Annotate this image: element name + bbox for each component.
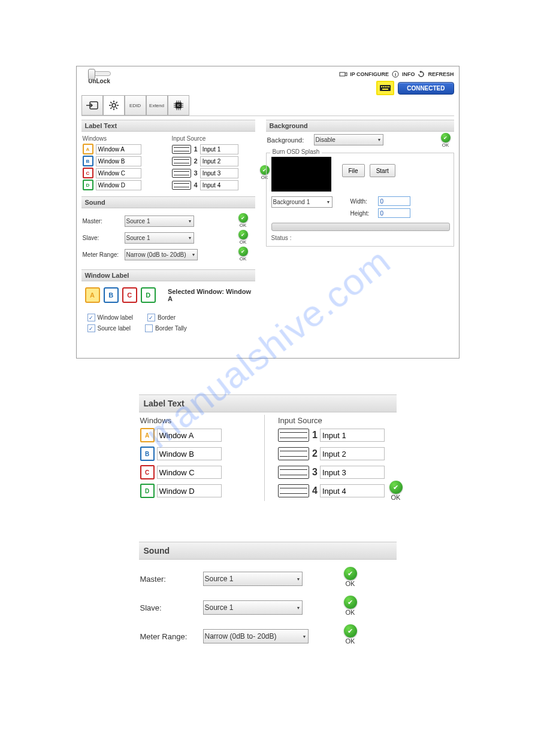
slave-ok-button-crop[interactable]: ✔OK xyxy=(344,596,357,616)
keyboard-icon[interactable] xyxy=(376,81,394,95)
select-window-c-button[interactable]: C xyxy=(122,287,137,303)
sound-header-crop: Sound xyxy=(139,542,397,560)
svg-rect-9 xyxy=(382,89,388,90)
inputs-subhead-crop: Input Source xyxy=(278,416,395,425)
window-a-icon: A xyxy=(83,144,93,154)
tab-extend[interactable]: Extend xyxy=(146,95,168,116)
info-link[interactable]: INFO xyxy=(402,71,415,77)
background-ok-button[interactable]: ✔OK xyxy=(441,133,451,148)
source-label-checkbox[interactable]: ✓Source label xyxy=(87,324,131,332)
select-window-d-button[interactable]: D xyxy=(141,287,156,303)
svg-rect-3 xyxy=(380,85,391,91)
master-ok-button-crop[interactable]: ✔OK xyxy=(344,567,357,587)
ip-configure-icon xyxy=(339,70,347,78)
input-1-icon-crop xyxy=(278,429,309,442)
file-button[interactable]: File xyxy=(342,164,365,177)
window-c-icon-crop: C xyxy=(140,465,155,479)
ip-configure-link[interactable]: IP CONFIGURE xyxy=(350,71,389,77)
input-2-field-crop[interactable] xyxy=(320,447,385,460)
input-1-field-crop[interactable] xyxy=(320,429,385,442)
osd-bg-select[interactable]: Background 1 xyxy=(271,196,333,208)
tab-input-icon[interactable] xyxy=(81,95,103,116)
lock-slider[interactable] xyxy=(88,71,111,76)
window-label-panel: A B C D Selected Window: Window A ✓Windo… xyxy=(81,281,255,340)
border-checkbox[interactable]: ✓Border xyxy=(147,314,176,321)
master-label: Master: xyxy=(83,218,125,224)
window-d-icon-crop: D xyxy=(140,484,155,498)
meter-ok-button[interactable]: ✔OK xyxy=(238,247,248,262)
input-4-num: 4 xyxy=(194,181,198,189)
svg-rect-5 xyxy=(383,86,384,87)
width-input[interactable] xyxy=(378,196,410,206)
input-3-num-crop: 3 xyxy=(312,467,318,478)
svg-rect-7 xyxy=(386,86,388,87)
meter-select[interactable]: Narrow (0dB to- 20dB) xyxy=(125,249,198,260)
selected-window-text: Selected Window: Window A xyxy=(168,288,254,302)
input-4-num-crop: 4 xyxy=(312,485,318,496)
svg-text:i: i xyxy=(395,72,396,77)
master-label-crop: Master: xyxy=(140,575,203,584)
window-b-icon: B xyxy=(83,156,93,166)
meter-select-crop[interactable]: Narrow (0dB to- 20dB) xyxy=(203,629,309,643)
slave-select[interactable]: Source 1 xyxy=(125,232,194,244)
progress-bar xyxy=(271,223,450,231)
window-d-input-crop[interactable] xyxy=(157,484,222,497)
info-icon: i xyxy=(391,70,400,78)
window-c-input-crop[interactable] xyxy=(157,466,222,479)
window-d-icon: D xyxy=(83,180,93,190)
refresh-link[interactable]: REFRESH xyxy=(428,71,454,77)
tab-ic-icon[interactable]: IC xyxy=(168,95,189,116)
status-label: Status : xyxy=(271,235,449,241)
window-d-input[interactable] xyxy=(96,180,141,190)
background-panel: Background: Disable ✔OK xyxy=(266,132,454,150)
label-text-ok-button-crop[interactable]: ✔OK xyxy=(389,481,403,501)
connected-button[interactable]: CONNECTED xyxy=(398,82,454,95)
background-select[interactable]: Disable xyxy=(314,134,383,145)
input-1-num: 1 xyxy=(194,145,198,153)
svg-text:IC: IC xyxy=(177,104,180,107)
input-3-field-crop[interactable] xyxy=(320,466,385,479)
height-input[interactable] xyxy=(378,208,410,218)
window-b-input[interactable] xyxy=(96,156,141,166)
input-3-field[interactable] xyxy=(200,168,238,178)
burn-osd-title: Burn OSD Splash xyxy=(270,148,322,155)
tab-edid[interactable]: EDID xyxy=(125,95,146,116)
meter-ok-button-crop[interactable]: ✔OK xyxy=(344,624,357,645)
width-label: Width: xyxy=(350,198,374,205)
label-text-header-crop: Label Text xyxy=(139,394,397,412)
input-4-field[interactable] xyxy=(200,180,238,190)
tab-settings-icon[interactable] xyxy=(103,95,125,116)
slave-select-crop[interactable]: Source 1 xyxy=(203,600,303,615)
master-ok-button[interactable]: ✔OK xyxy=(238,213,248,228)
window-a-input[interactable] xyxy=(96,144,141,154)
label-text-panel: Windows A B C D Input Source 1 2 3 4 xyxy=(81,132,255,196)
input-2-num-crop: 2 xyxy=(312,448,318,459)
slave-ok-button[interactable]: ✔OK xyxy=(238,230,248,245)
window-b-icon-crop: B xyxy=(140,447,155,461)
slave-label-crop: Slave: xyxy=(140,603,203,612)
window-label-checkbox[interactable]: ✓Window label xyxy=(87,314,133,321)
window-c-input[interactable] xyxy=(96,168,141,178)
background-label: Background: xyxy=(267,136,309,144)
border-tally-checkbox[interactable]: Border Tally xyxy=(145,324,187,332)
lock-slider-area: UnLock xyxy=(81,70,117,84)
master-select[interactable]: Source 1 xyxy=(125,215,194,227)
svg-rect-0 xyxy=(340,72,345,76)
start-button[interactable]: Start xyxy=(370,164,395,177)
windows-subhead: Windows xyxy=(83,135,165,142)
select-window-b-button[interactable]: B xyxy=(104,287,119,303)
svg-point-11 xyxy=(112,104,116,107)
burn-osd-fieldset: Burn OSD Splash File Start Background 1 … xyxy=(266,153,454,247)
window-c-icon: C xyxy=(83,168,93,178)
input-2-field[interactable] xyxy=(200,156,238,166)
topbar: UnLock IP CONFIGURE i INFO REFRESH xyxy=(81,70,454,93)
window-a-input-crop[interactable] xyxy=(157,429,222,442)
input-4-field-crop[interactable] xyxy=(320,484,385,497)
input-1-field[interactable] xyxy=(200,144,238,154)
window-b-input-crop[interactable] xyxy=(157,447,222,460)
master-select-crop[interactable]: Source 1 xyxy=(203,572,303,586)
select-window-a-button[interactable]: A xyxy=(85,287,100,303)
input-2-icon xyxy=(172,157,191,166)
sound-header: Sound xyxy=(81,196,255,208)
window-a-icon-crop: A xyxy=(140,428,155,442)
